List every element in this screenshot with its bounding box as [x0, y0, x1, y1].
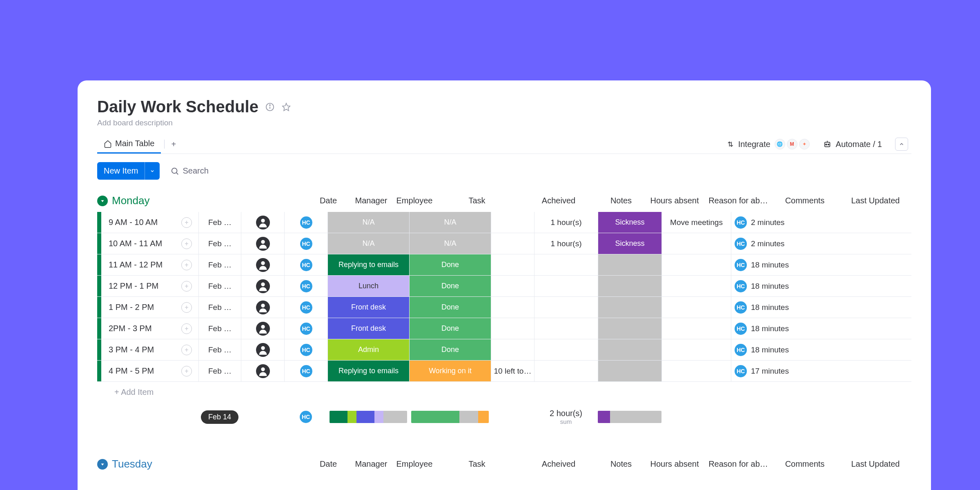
- item-cell[interactable]: 12 PM - 1 PM +: [101, 276, 198, 296]
- search-box[interactable]: Search: [165, 163, 213, 179]
- column-header[interactable]: Acheived: [518, 196, 599, 205]
- expand-icon[interactable]: +: [181, 323, 192, 334]
- notes-cell[interactable]: [491, 254, 534, 275]
- tab-main-table[interactable]: Main Table: [97, 135, 161, 154]
- column-header[interactable]: Employee: [393, 196, 436, 205]
- employee-badge[interactable]: HC: [735, 365, 747, 377]
- employee-badge[interactable]: HC: [300, 238, 312, 250]
- employee-badge[interactable]: HC: [300, 365, 312, 377]
- comments-cell[interactable]: [662, 233, 731, 254]
- info-icon[interactable]: [265, 102, 275, 112]
- date-cell[interactable]: Feb …: [198, 233, 241, 254]
- date-cell[interactable]: Feb …: [198, 339, 241, 360]
- date-cell[interactable]: Feb …: [198, 212, 241, 233]
- integration-chip-1[interactable]: 🌐: [775, 139, 785, 149]
- date-cell[interactable]: Feb …: [198, 276, 241, 296]
- employee-cell[interactable]: HC: [284, 212, 327, 233]
- expand-icon[interactable]: +: [181, 238, 192, 249]
- updated-cell[interactable]: HC17 minutes: [731, 361, 803, 381]
- status-cell[interactable]: N/A: [409, 233, 491, 254]
- group-toggle[interactable]: [97, 459, 108, 470]
- employee-badge[interactable]: HC: [735, 280, 747, 292]
- hours-cell[interactable]: [534, 297, 598, 318]
- collapse-button[interactable]: [895, 138, 908, 151]
- expand-icon[interactable]: +: [181, 345, 192, 355]
- column-header[interactable]: Hours absent: [643, 459, 706, 469]
- column-header[interactable]: Manager: [350, 196, 393, 205]
- date-cell[interactable]: Feb …: [198, 318, 241, 339]
- employee-cell[interactable]: HC: [284, 361, 327, 381]
- status-cell[interactable]: N/A: [327, 233, 409, 254]
- comments-cell[interactable]: [662, 361, 731, 381]
- employee-cell[interactable]: HC: [284, 276, 327, 296]
- manager-avatar[interactable]: [256, 279, 270, 293]
- new-item-dropdown[interactable]: [145, 162, 160, 180]
- new-item-button[interactable]: New Item: [97, 162, 160, 180]
- comments-cell[interactable]: [662, 276, 731, 296]
- column-header[interactable]: Notes: [599, 196, 643, 205]
- column-header[interactable]: Acheived: [518, 459, 599, 469]
- notes-cell[interactable]: [491, 212, 534, 233]
- board-title[interactable]: Daily Work Schedule: [97, 98, 258, 116]
- status-cell[interactable]: Done: [409, 297, 491, 318]
- column-header[interactable]: Date: [307, 196, 350, 205]
- hours-cell[interactable]: 1 hour(s): [534, 212, 598, 233]
- hours-cell[interactable]: [534, 276, 598, 296]
- date-cell[interactable]: Feb …: [198, 254, 241, 275]
- item-cell[interactable]: 4 PM - 5 PM +: [101, 361, 198, 381]
- status-cell[interactable]: [598, 297, 662, 318]
- employee-badge[interactable]: HC: [300, 259, 312, 271]
- updated-cell[interactable]: HC18 minutes: [731, 318, 803, 339]
- hours-cell[interactable]: [534, 339, 598, 360]
- column-header[interactable]: Last Updated: [840, 459, 911, 469]
- employee-badge[interactable]: HC: [735, 238, 747, 250]
- hours-cell[interactable]: [534, 318, 598, 339]
- integration-chip-3[interactable]: ✦: [799, 139, 810, 149]
- updated-cell[interactable]: HC2 minutes: [731, 212, 803, 233]
- status-cell[interactable]: [598, 276, 662, 296]
- integration-chip-gmail[interactable]: M: [787, 139, 797, 149]
- employee-cell[interactable]: HC: [284, 254, 327, 275]
- employee-badge[interactable]: HC: [300, 301, 312, 314]
- comments-cell[interactable]: [662, 318, 731, 339]
- hours-cell[interactable]: [534, 361, 598, 381]
- hours-cell[interactable]: 1 hour(s): [534, 233, 598, 254]
- notes-cell[interactable]: [491, 233, 534, 254]
- column-header[interactable]: Reason for ab…: [706, 196, 770, 205]
- status-cell[interactable]: Admin: [327, 339, 409, 360]
- expand-icon[interactable]: +: [181, 260, 192, 270]
- status-cell[interactable]: [598, 318, 662, 339]
- item-cell[interactable]: 11 AM - 12 PM +: [101, 254, 198, 275]
- status-cell[interactable]: Front desk: [327, 297, 409, 318]
- employee-badge[interactable]: HC: [735, 259, 747, 271]
- item-cell[interactable]: 9 AM - 10 AM +: [101, 212, 198, 233]
- employee-badge[interactable]: HC: [735, 301, 747, 314]
- comments-cell[interactable]: [662, 297, 731, 318]
- status-cell[interactable]: Working on it: [409, 361, 491, 381]
- employee-badge[interactable]: HC: [735, 216, 747, 229]
- status-cell[interactable]: Lunch: [327, 276, 409, 296]
- date-cell[interactable]: Feb …: [198, 361, 241, 381]
- status-cell[interactable]: Front desk: [327, 318, 409, 339]
- table-row[interactable]: 10 AM - 11 AM + Feb … HC N/A N/A 1 hour(…: [97, 233, 911, 254]
- column-header[interactable]: Comments: [770, 196, 840, 205]
- updated-cell[interactable]: HC18 minutes: [731, 339, 803, 360]
- column-header[interactable]: Task: [436, 459, 518, 469]
- expand-icon[interactable]: +: [181, 281, 192, 292]
- notes-cell[interactable]: [491, 339, 534, 360]
- column-header[interactable]: Last Updated: [840, 196, 911, 205]
- column-header[interactable]: Notes: [599, 459, 643, 469]
- comments-cell[interactable]: [662, 339, 731, 360]
- status-cell[interactable]: Done: [409, 276, 491, 296]
- manager-avatar[interactable]: [256, 237, 270, 251]
- add-item-row[interactable]: + Add Item: [97, 382, 911, 402]
- manager-cell[interactable]: [241, 254, 284, 275]
- date-cell[interactable]: Feb …: [198, 297, 241, 318]
- table-row[interactable]: 11 AM - 12 PM + Feb … HC Replying to ema…: [97, 254, 911, 276]
- column-header[interactable]: Date: [307, 459, 350, 469]
- employee-cell[interactable]: HC: [284, 318, 327, 339]
- employee-cell[interactable]: HC: [284, 233, 327, 254]
- status-cell[interactable]: Sickness: [598, 233, 662, 254]
- group-toggle[interactable]: [97, 196, 108, 206]
- status-cell[interactable]: Replying to emails: [327, 254, 409, 275]
